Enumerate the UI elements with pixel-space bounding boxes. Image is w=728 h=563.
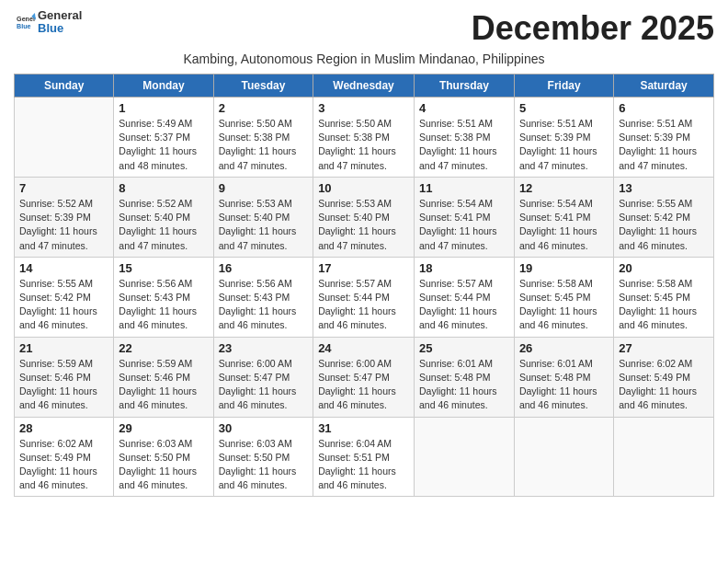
day-info: Sunrise: 6:00 AM Sunset: 5:47 PM Dayligh… (318, 357, 409, 413)
day-number: 30 (219, 421, 308, 435)
calendar-week-row: 14Sunrise: 5:55 AM Sunset: 5:42 PM Dayli… (15, 257, 714, 337)
calendar-week-row: 21Sunrise: 5:59 AM Sunset: 5:46 PM Dayli… (15, 337, 714, 417)
day-number: 26 (519, 341, 609, 355)
calendar-cell: 16Sunrise: 5:56 AM Sunset: 5:43 PM Dayli… (213, 257, 313, 337)
day-of-week-header: Sunday (15, 75, 114, 98)
day-info: Sunrise: 6:01 AM Sunset: 5:48 PM Dayligh… (519, 357, 609, 413)
day-info: Sunrise: 5:53 AM Sunset: 5:40 PM Dayligh… (219, 197, 308, 253)
calendar-cell: 17Sunrise: 5:57 AM Sunset: 5:44 PM Dayli… (313, 257, 415, 337)
month-title: December 2025 (472, 9, 714, 48)
day-number: 14 (19, 261, 108, 275)
day-info: Sunrise: 5:57 AM Sunset: 5:44 PM Dayligh… (318, 277, 409, 333)
calendar-cell: 27Sunrise: 6:02 AM Sunset: 5:49 PM Dayli… (614, 337, 714, 417)
day-number: 21 (19, 341, 108, 355)
calendar-cell: 24Sunrise: 6:00 AM Sunset: 5:47 PM Dayli… (313, 337, 415, 417)
calendar-cell: 19Sunrise: 5:58 AM Sunset: 5:45 PM Dayli… (514, 257, 613, 337)
calendar-cell: 5Sunrise: 5:51 AM Sunset: 5:39 PM Daylig… (514, 98, 613, 178)
calendar-cell: 18Sunrise: 5:57 AM Sunset: 5:44 PM Dayli… (414, 257, 514, 337)
calendar-cell: 6Sunrise: 5:51 AM Sunset: 5:39 PM Daylig… (614, 98, 714, 178)
calendar-week-row: 28Sunrise: 6:02 AM Sunset: 5:49 PM Dayli… (15, 417, 714, 497)
day-info: Sunrise: 6:02 AM Sunset: 5:49 PM Dayligh… (619, 357, 709, 413)
day-info: Sunrise: 5:55 AM Sunset: 5:42 PM Dayligh… (19, 277, 108, 333)
calendar-cell: 29Sunrise: 6:03 AM Sunset: 5:50 PM Dayli… (114, 417, 213, 497)
day-info: Sunrise: 6:03 AM Sunset: 5:50 PM Dayligh… (219, 437, 308, 493)
day-number: 22 (119, 341, 208, 355)
day-info: Sunrise: 6:00 AM Sunset: 5:47 PM Dayligh… (219, 357, 308, 413)
day-info: Sunrise: 5:59 AM Sunset: 5:46 PM Dayligh… (19, 357, 108, 413)
calendar-cell: 8Sunrise: 5:52 AM Sunset: 5:40 PM Daylig… (114, 177, 213, 257)
day-number: 9 (219, 181, 308, 195)
calendar-cell (514, 417, 613, 497)
day-info: Sunrise: 5:52 AM Sunset: 5:39 PM Dayligh… (19, 197, 108, 253)
day-number: 10 (318, 181, 409, 195)
calendar-cell: 21Sunrise: 5:59 AM Sunset: 5:46 PM Dayli… (15, 337, 114, 417)
day-number: 29 (119, 421, 208, 435)
calendar-cell: 28Sunrise: 6:02 AM Sunset: 5:49 PM Dayli… (15, 417, 114, 497)
day-info: Sunrise: 5:58 AM Sunset: 5:45 PM Dayligh… (619, 277, 709, 333)
day-info: Sunrise: 6:04 AM Sunset: 5:51 PM Dayligh… (318, 437, 409, 493)
logo-icon: General Blue (16, 12, 36, 32)
calendar-cell (15, 98, 114, 178)
calendar-cell: 30Sunrise: 6:03 AM Sunset: 5:50 PM Dayli… (213, 417, 313, 497)
day-number: 28 (19, 421, 108, 435)
svg-text:Blue: Blue (17, 23, 31, 30)
day-number: 7 (19, 181, 108, 195)
day-of-week-header: Wednesday (313, 75, 415, 98)
day-info: Sunrise: 5:58 AM Sunset: 5:45 PM Dayligh… (519, 277, 609, 333)
day-of-week-header: Saturday (614, 75, 714, 98)
day-number: 23 (219, 341, 308, 355)
logo: General Blue General Blue (14, 9, 82, 36)
calendar-cell: 15Sunrise: 5:56 AM Sunset: 5:43 PM Dayli… (114, 257, 213, 337)
day-number: 13 (619, 181, 709, 195)
page-header: General Blue General Blue December 2025 (14, 9, 714, 48)
day-info: Sunrise: 5:50 AM Sunset: 5:38 PM Dayligh… (219, 117, 308, 173)
calendar-cell: 23Sunrise: 6:00 AM Sunset: 5:47 PM Dayli… (213, 337, 313, 417)
day-info: Sunrise: 5:56 AM Sunset: 5:43 PM Dayligh… (119, 277, 208, 333)
calendar-cell: 1Sunrise: 5:49 AM Sunset: 5:37 PM Daylig… (114, 98, 213, 178)
day-number: 6 (619, 101, 709, 115)
day-info: Sunrise: 6:02 AM Sunset: 5:49 PM Dayligh… (19, 437, 108, 493)
day-info: Sunrise: 5:49 AM Sunset: 5:37 PM Dayligh… (119, 117, 208, 173)
day-number: 16 (219, 261, 308, 275)
calendar-header-row: SundayMondayTuesdayWednesdayThursdayFrid… (15, 75, 714, 98)
day-info: Sunrise: 5:57 AM Sunset: 5:44 PM Dayligh… (419, 277, 509, 333)
calendar-cell: 22Sunrise: 5:59 AM Sunset: 5:46 PM Dayli… (114, 337, 213, 417)
day-number: 20 (619, 261, 709, 275)
day-info: Sunrise: 5:51 AM Sunset: 5:38 PM Dayligh… (419, 117, 509, 173)
day-info: Sunrise: 5:51 AM Sunset: 5:39 PM Dayligh… (519, 117, 609, 173)
calendar-week-row: 1Sunrise: 5:49 AM Sunset: 5:37 PM Daylig… (15, 98, 714, 178)
day-number: 31 (318, 421, 409, 435)
day-info: Sunrise: 5:54 AM Sunset: 5:41 PM Dayligh… (419, 197, 509, 253)
logo-general-text: General (38, 9, 82, 22)
calendar-cell: 10Sunrise: 5:53 AM Sunset: 5:40 PM Dayli… (313, 177, 415, 257)
calendar-cell: 13Sunrise: 5:55 AM Sunset: 5:42 PM Dayli… (614, 177, 714, 257)
day-number: 25 (419, 341, 509, 355)
calendar-cell: 14Sunrise: 5:55 AM Sunset: 5:42 PM Dayli… (15, 257, 114, 337)
day-number: 11 (419, 181, 509, 195)
calendar-week-row: 7Sunrise: 5:52 AM Sunset: 5:39 PM Daylig… (15, 177, 714, 257)
calendar-cell: 4Sunrise: 5:51 AM Sunset: 5:38 PM Daylig… (414, 98, 514, 178)
day-number: 27 (619, 341, 709, 355)
day-info: Sunrise: 5:59 AM Sunset: 5:46 PM Dayligh… (119, 357, 208, 413)
day-number: 3 (318, 101, 409, 115)
day-of-week-header: Monday (114, 75, 213, 98)
day-number: 1 (119, 101, 208, 115)
day-of-week-header: Thursday (414, 75, 514, 98)
day-of-week-header: Tuesday (213, 75, 313, 98)
calendar-subtitle: Kambing, Autonomous Region in Muslim Min… (14, 52, 714, 66)
day-number: 18 (419, 261, 509, 275)
day-number: 17 (318, 261, 409, 275)
logo-blue-text: Blue (38, 22, 82, 35)
day-info: Sunrise: 6:03 AM Sunset: 5:50 PM Dayligh… (119, 437, 208, 493)
calendar-cell: 26Sunrise: 6:01 AM Sunset: 5:48 PM Dayli… (514, 337, 613, 417)
calendar-cell: 2Sunrise: 5:50 AM Sunset: 5:38 PM Daylig… (213, 98, 313, 178)
day-of-week-header: Friday (514, 75, 613, 98)
calendar-cell: 7Sunrise: 5:52 AM Sunset: 5:39 PM Daylig… (15, 177, 114, 257)
calendar-table: SundayMondayTuesdayWednesdayThursdayFrid… (14, 74, 714, 497)
day-info: Sunrise: 5:52 AM Sunset: 5:40 PM Dayligh… (119, 197, 208, 253)
day-info: Sunrise: 5:50 AM Sunset: 5:38 PM Dayligh… (318, 117, 409, 173)
calendar-cell: 9Sunrise: 5:53 AM Sunset: 5:40 PM Daylig… (213, 177, 313, 257)
day-number: 2 (219, 101, 308, 115)
calendar-cell: 20Sunrise: 5:58 AM Sunset: 5:45 PM Dayli… (614, 257, 714, 337)
day-number: 4 (419, 101, 509, 115)
